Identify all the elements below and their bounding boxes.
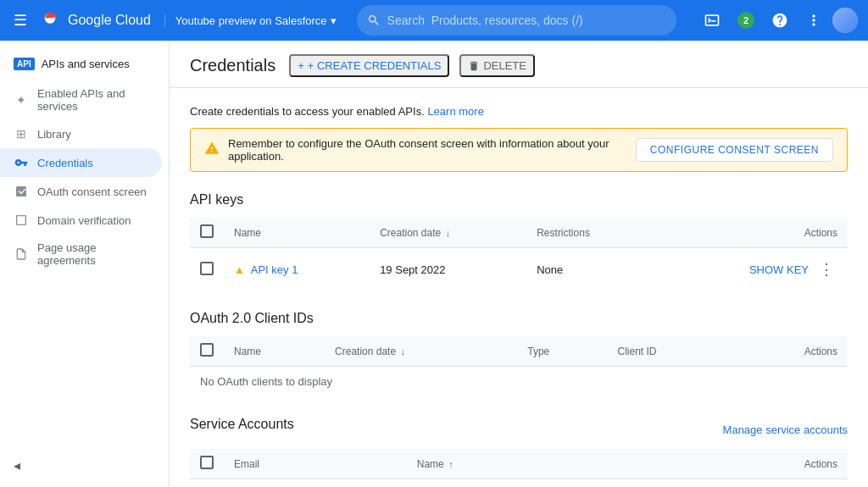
more-options-button[interactable] [798,5,829,36]
page-title: Credentials [190,56,275,75]
learn-more-link[interactable]: Learn more [427,105,483,118]
delete-label: DELETE [483,59,526,72]
sidebar-header: API APIs and services [0,47,169,80]
content-area: Create credentials to access your enable… [170,88,868,487]
sidebar-item-domain[interactable]: Domain verification [0,206,162,235]
oauth-select-all-checkbox[interactable] [200,343,214,357]
header-actions: + + CREATE CREDENTIALS DELETE [289,54,535,77]
creation-date-column-header[interactable]: Creation date ↓ [370,218,526,248]
name-label: Name [234,227,261,239]
oauth-header-row: Name Creation date ↓ Type Client ID [190,336,848,367]
more-actions-button[interactable]: ⋮ [815,257,837,282]
notification-badge-number: 2 [737,12,754,29]
oauth-clients-table: Name Creation date ↓ Type Client ID [190,336,848,396]
logo-icon [37,8,63,33]
project-selector[interactable]: Youtube preview on Salesforce ▾ [164,14,337,27]
hamburger-menu[interactable]: ☰ [10,8,31,33]
oauth-type-label: Type [527,346,549,357]
plus-icon: + [298,59,304,72]
create-credentials-button[interactable]: + + CREATE CREDENTIALS [289,54,449,77]
sa-actions-header: Actions [633,449,848,479]
sa-actions-label: Actions [804,458,837,470]
oauth-clients-title: OAuth 2.0 Client IDs [190,311,848,326]
api-key-actions: SHOW KEY ⋮ [664,257,837,282]
help-button[interactable] [765,5,795,36]
actions-column-header: Actions [654,218,848,248]
logo-text: Google Cloud [68,13,151,28]
sa-select-all-checkbox[interactable] [200,456,214,469]
configure-consent-screen-button[interactable]: CONFIGURE CONSENT SCREEN [636,138,833,162]
oauth-icon [14,184,29,199]
select-all-checkbox[interactable] [200,224,214,238]
api-key-restrictions-cell: None [526,248,654,291]
oauth-date-header[interactable]: Creation date ↓ [325,336,517,367]
delete-button[interactable]: DELETE [459,54,535,77]
api-key-row: ▲ API key 1 19 Sept 2022 None [190,248,848,291]
sa-email-label: Email [234,458,259,470]
oauth-name-label: Name [234,346,261,357]
oauth-clients-section: OAuth 2.0 Client IDs Name Creation date [190,311,848,396]
sidebar-item-label: Enabled APIs and services [37,87,148,113]
oauth-date-label: Creation date [335,346,396,357]
warning-text: Remember to configure the OAuth consent … [228,137,636,163]
sa-sort-icon: ↑ [448,459,453,469]
domain-icon [14,213,29,228]
sidebar-item-label: Credentials [37,157,93,169]
sa-email-header: Email [224,449,407,479]
restrictions-column-header: Restrictions [526,218,654,248]
sa-name-header[interactable]: Name ↑ [407,449,633,479]
name-column-header: Name [224,218,370,248]
sidebar-title: APIs and services [42,58,130,70]
main-content: Credentials + + CREATE CREDENTIALS DELET… [170,41,868,487]
chevron-down-icon: ▾ [331,14,337,27]
grid-icon: ⊞ [14,126,29,141]
sidebar-item-label: Library [37,128,71,141]
service-accounts-header-row: Service Accounts Manage service accounts [190,417,848,442]
row-checkbox[interactable] [200,262,214,275]
show-key-button[interactable]: SHOW KEY [746,260,812,279]
page-header: Credentials + + CREATE CREDENTIALS DELET… [170,41,868,88]
api-keys-header-row: Name Creation date ↓ Restrictions Action… [190,218,848,248]
oauth-empty-row: No OAuth clients to display [190,367,848,397]
sidebar-item-label: OAuth consent screen [37,185,147,198]
notifications-button[interactable]: 2 [731,5,761,36]
sa-name-label: Name [417,458,444,470]
oauth-client-id-label: Client ID [618,346,657,357]
sa-empty-message: No service accounts to display [190,479,848,488]
warning-content: Remember to configure the OAuth consent … [204,137,636,163]
oauth-sort-icon: ↓ [400,346,405,357]
api-key-warning-icon: ▲ [234,263,245,276]
cloud-shell-button[interactable] [697,5,727,36]
sidebar: API APIs and services ✦ Enabled APIs and… [0,41,170,487]
description-text: Create credentials to access your enable… [190,105,425,118]
manage-service-accounts-link[interactable]: Manage service accounts [723,423,848,436]
api-key-name-cell: ▲ API key 1 [224,248,370,291]
api-key-actions-cell: SHOW KEY ⋮ [654,248,848,291]
star-icon: ✦ [14,92,29,108]
sidebar-item-oauth[interactable]: OAuth consent screen [0,177,162,206]
api-key-date-cell: 19 Sept 2022 [370,248,526,291]
service-accounts-title: Service Accounts [190,417,294,432]
warning-triangle-icon [204,141,220,159]
oauth-name-header: Name [224,336,325,367]
sidebar-item-page-usage[interactable]: Page usage agreements [0,235,162,274]
search-bar[interactable] [357,5,676,36]
api-keys-title: API keys [190,192,848,208]
sidebar-item-library[interactable]: ⊞ Library [0,119,162,148]
service-accounts-table: Email Name ↑ Actions [190,449,848,487]
api-key-link[interactable]: API key 1 [251,263,298,276]
search-input[interactable] [387,14,666,27]
sidebar-item-enabled-apis[interactable]: ✦ Enabled APIs and services [0,80,162,119]
configure-consent-label: CONFIGURE CONSENT SCREEN [650,144,819,156]
sidebar-collapse-btn[interactable]: ◂ [14,457,20,473]
oauth-actions-label: Actions [804,346,837,357]
user-avatar[interactable] [832,8,858,33]
api-keys-section: API keys Name Creation date [190,192,848,291]
service-accounts-section: Service Accounts Manage service accounts… [190,417,848,487]
sidebar-item-credentials[interactable]: Credentials [0,148,162,177]
trash-icon [468,60,480,72]
api-badge: API [14,58,35,70]
select-all-header [190,218,224,248]
oauth-actions-header: Actions [733,336,848,367]
google-cloud-logo: Google Cloud [37,8,151,33]
